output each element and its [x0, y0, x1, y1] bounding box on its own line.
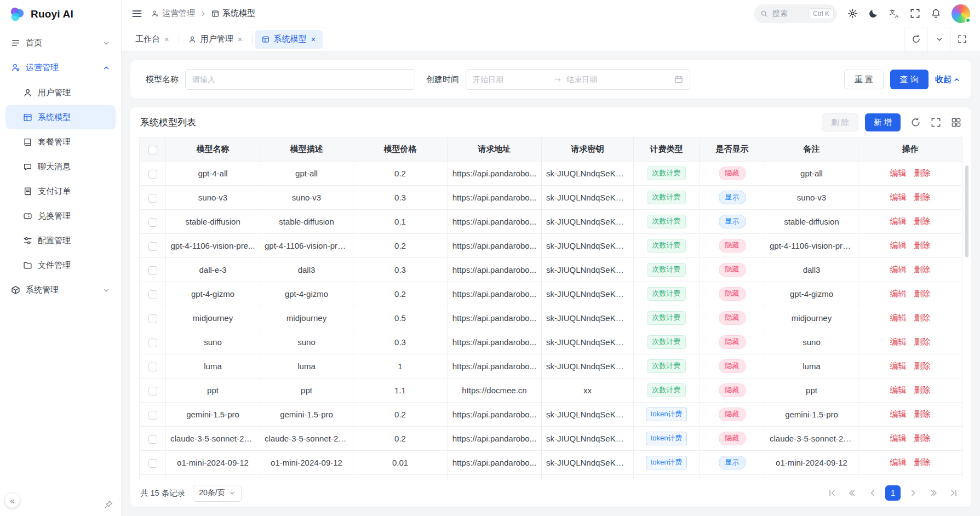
breadcrumb-system-model[interactable]: 系统模型 — [211, 8, 255, 19]
refresh-tab-button[interactable] — [904, 27, 927, 51]
sidebar-item-system-model[interactable]: 系统模型 — [5, 105, 116, 129]
edit-link[interactable]: 编辑 — [890, 216, 907, 226]
tabs-menu-button[interactable] — [927, 27, 950, 51]
sidebar-item-payment-orders[interactable]: 支付订单 — [5, 179, 116, 203]
edit-link[interactable]: 编辑 — [890, 385, 907, 394]
dark-mode-moon-icon[interactable] — [868, 8, 879, 19]
edit-link[interactable]: 编辑 — [890, 409, 907, 418]
query-button[interactable]: 查 询 — [890, 70, 929, 89]
model-name-input[interactable] — [185, 69, 415, 90]
current-page-button[interactable]: 1 — [885, 485, 901, 501]
delete-link[interactable]: 删除 — [914, 168, 931, 177]
content-fullscreen-button[interactable] — [950, 27, 973, 51]
table-row[interactable]: gemini-1.5-pro gemini-1.5-pro 0.2 https:… — [140, 403, 962, 427]
delete-link[interactable]: 删除 — [914, 457, 931, 467]
row-checkbox[interactable] — [148, 339, 157, 347]
delete-button[interactable]: 删 除 — [822, 113, 858, 131]
settings-gear-icon[interactable] — [847, 8, 858, 19]
sidebar-toggle-icon[interactable] — [131, 8, 142, 19]
table-row[interactable]: gpt-4-all gpt-all 0.2 https://api.pandar… — [140, 162, 962, 186]
delete-link[interactable]: 删除 — [914, 409, 931, 418]
table-row[interactable] — [140, 475, 962, 479]
page-size-select[interactable]: 20条/页 — [193, 485, 241, 502]
table-row[interactable]: stable-diffusion stable-diffusion 0.1 ht… — [140, 210, 962, 234]
end-date-input[interactable] — [566, 75, 643, 84]
row-checkbox[interactable] — [148, 242, 157, 251]
delete-link[interactable]: 删除 — [914, 433, 931, 443]
first-page-button[interactable] — [824, 485, 840, 501]
delete-link[interactable]: 删除 — [914, 289, 931, 298]
close-icon[interactable]: × — [238, 35, 243, 43]
reset-button[interactable]: 重 置 — [844, 70, 884, 89]
table-row[interactable]: suno-v3 suno-v3 0.3 https://api.pandarob… — [140, 186, 962, 210]
table-row[interactable]: ppt ppt 1.1 https://docmee.cn xx 次数计费 隐藏… — [140, 379, 962, 403]
row-checkbox[interactable] — [148, 363, 157, 371]
tab-user-management[interactable]: 用户管理 × — [181, 30, 250, 49]
row-checkbox[interactable] — [148, 290, 157, 299]
table-row[interactable]: luma luma 1 https://api.pandarobo... sk-… — [140, 354, 962, 379]
sidebar-item-config-management[interactable]: 配置管理 — [5, 228, 116, 253]
sidebar-item-chat-messages[interactable]: 聊天消息 — [5, 154, 116, 179]
edit-link[interactable]: 编辑 — [890, 168, 907, 177]
table-row[interactable]: gpt-4-1106-vision-pre... gpt-4-1106-visi… — [140, 234, 962, 258]
next-page-button[interactable] — [906, 485, 921, 501]
user-avatar[interactable] — [952, 4, 970, 23]
delete-link[interactable]: 删除 — [914, 313, 931, 322]
delete-link[interactable]: 删除 — [914, 265, 931, 274]
table-row[interactable]: suno suno 0.3 https://api.pandarobo... s… — [140, 330, 962, 354]
row-checkbox[interactable] — [148, 218, 157, 227]
prev-group-button[interactable] — [845, 485, 860, 501]
close-icon[interactable]: × — [164, 35, 169, 43]
row-checkbox[interactable] — [148, 194, 157, 203]
add-button[interactable]: 新 增 — [865, 113, 901, 131]
delete-link[interactable]: 删除 — [914, 240, 931, 250]
edit-link[interactable]: 编辑 — [890, 457, 907, 467]
row-checkbox[interactable] — [148, 411, 157, 420]
collapse-filter-link[interactable]: 收起 — [935, 74, 960, 85]
brand[interactable]: Ruoyi AI — [0, 0, 121, 28]
row-checkbox[interactable] — [148, 459, 157, 468]
delete-link[interactable]: 删除 — [914, 216, 931, 226]
edit-link[interactable]: 编辑 — [890, 433, 907, 443]
row-checkbox[interactable] — [148, 170, 157, 179]
edit-link[interactable]: 编辑 — [890, 337, 907, 346]
edit-link[interactable]: 编辑 — [890, 313, 907, 322]
row-checkbox[interactable] — [148, 266, 157, 275]
close-icon[interactable]: × — [311, 35, 316, 43]
delete-link[interactable]: 删除 — [914, 361, 931, 370]
last-page-button[interactable] — [946, 485, 961, 501]
refresh-table-icon[interactable] — [910, 117, 921, 128]
vertical-scrollbar-thumb[interactable] — [965, 165, 968, 257]
edit-link[interactable]: 编辑 — [890, 265, 907, 274]
translate-icon[interactable]: 文A — [889, 8, 899, 19]
table-fullscreen-icon[interactable] — [931, 117, 941, 128]
edit-link[interactable]: 编辑 — [890, 361, 907, 370]
table-row[interactable]: dall-e-3 dall3 0.3 https://api.pandarobo… — [140, 258, 962, 282]
sidebar-item-user-management[interactable]: 用户管理 — [5, 81, 116, 105]
edit-link[interactable]: 编辑 — [890, 192, 907, 202]
date-range-picker[interactable] — [466, 69, 690, 90]
fullscreen-icon[interactable] — [910, 8, 920, 19]
sidebar-item-home[interactable]: 首页 — [5, 31, 116, 55]
row-checkbox[interactable] — [148, 314, 157, 323]
next-group-button[interactable] — [926, 485, 941, 501]
column-settings-icon[interactable] — [951, 117, 961, 128]
pin-icon[interactable] — [104, 500, 113, 509]
table-row[interactable]: midjourney midjourney 0.5 https://api.pa… — [140, 306, 962, 330]
delete-link[interactable]: 删除 — [914, 337, 931, 346]
sidebar-item-file-management[interactable]: 文件管理 — [5, 253, 116, 277]
sidebar-item-exchange-management[interactable]: 兑换管理 — [5, 204, 116, 228]
global-search[interactable]: 搜索 Ctrl K — [754, 4, 837, 23]
breadcrumb-operations[interactable]: 运营管理 — [151, 8, 195, 19]
table-row[interactable]: o1-mini-2024-09-12 o1-mini-2024-09-12 0.… — [140, 451, 962, 475]
edit-link[interactable]: 编辑 — [890, 289, 907, 298]
sidebar-item-package-management[interactable]: 套餐管理 — [5, 130, 116, 154]
row-checkbox[interactable] — [148, 435, 157, 444]
table-row[interactable]: claude-3-5-sonnet-20... claude-3-5-sonne… — [140, 427, 962, 451]
table-row[interactable]: gpt-4-gizmo gpt-4-gizmo 0.2 https://api.… — [140, 282, 962, 306]
edit-link[interactable]: 编辑 — [890, 240, 907, 250]
delete-link[interactable]: 删除 — [914, 192, 931, 202]
row-checkbox[interactable] — [148, 387, 157, 395]
tab-workbench[interactable]: 工作台 × — [128, 30, 176, 49]
start-date-input[interactable] — [473, 75, 549, 84]
